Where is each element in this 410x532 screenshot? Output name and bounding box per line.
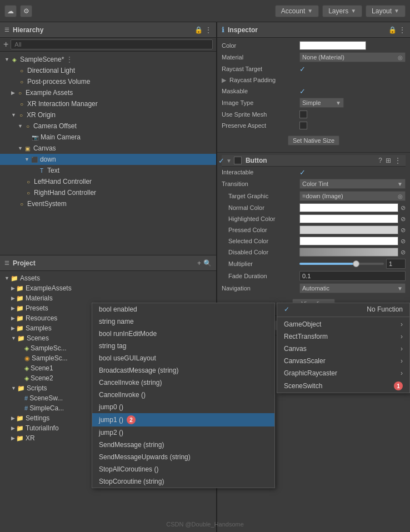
ctx-cancelinvoke[interactable]: CancelInvoke () (92, 389, 274, 401)
samples-label: Samples (26, 324, 52, 332)
inspector-lock-icon[interactable]: 🔒 (388, 26, 397, 34)
navigation-dropdown[interactable]: Automatic ▼ (299, 283, 406, 293)
ctx-bool-useGUILayout[interactable]: bool useGUILayout (92, 352, 274, 364)
image-type-chevron-icon: ▼ (336, 100, 341, 106)
tree-item-down[interactable]: ▼ ⬛ down (0, 154, 216, 165)
tree-item-lefthand[interactable]: ○ LeftHand Controller (0, 176, 216, 187)
pressed-color-swatch[interactable] (299, 225, 398, 234)
ctx-stopallcoroutines[interactable]: StopAllCoroutines () (92, 463, 274, 475)
tree-item-maincam[interactable]: 📷 Main Camera (0, 132, 216, 143)
use-sprite-mesh-checkbox[interactable] (299, 111, 307, 118)
project-materials[interactable]: ▶ 📁 Materials (0, 293, 216, 303)
tree-item-postprocess[interactable]: ○ Post-process Volume (0, 76, 216, 87)
tree-item-canvas[interactable]: ▼ ▣ Canvas (0, 143, 216, 154)
scene2-icon: ◈ (24, 375, 29, 382)
tree-item-exampleassets[interactable]: ▶ ○ Example Assets (0, 87, 216, 98)
ctx-bool-enabled[interactable]: bool enabled (92, 303, 274, 315)
layers-button[interactable]: Layers ▼ (322, 5, 362, 17)
image-type-dropdown[interactable]: Simple ▼ (299, 98, 344, 108)
navigation-dropdown-text: Automatic (302, 285, 329, 292)
hierarchy-lock-icon[interactable]: 🔒 (194, 26, 203, 34)
dp-canvas[interactable]: Canvas › (277, 343, 409, 355)
highlighted-color-swatch[interactable] (299, 214, 398, 223)
material-dropdown-text: None (Material) (302, 54, 344, 61)
dp-no-function[interactable]: No Function (277, 303, 409, 315)
ctx-string-tag[interactable]: string tag (92, 340, 274, 352)
ctx-stopcoroutine[interactable]: StopCoroutine (string) (92, 475, 274, 488)
tree-item-righthand[interactable]: ○ RightHand Controller (0, 187, 216, 198)
samplescene-kebab-icon[interactable]: ⋮ (66, 56, 73, 63)
transition-dropdown[interactable]: Color Tint ▼ (299, 179, 406, 189)
multiplier-slider[interactable] (299, 263, 384, 265)
normal-color-swatch[interactable] (299, 203, 398, 212)
transition-chevron-icon: ▼ (397, 181, 403, 187)
ctx-sendmessage[interactable]: SendMessage (string) (92, 439, 274, 451)
dp-graphicraycaster[interactable]: GraphicRaycaster › (277, 367, 409, 379)
ctx-bool-runineditmode[interactable]: bool runInEditMode (92, 328, 274, 340)
dp-graphicraycaster-label: GraphicRaycaster (284, 369, 337, 377)
exampleassets-label: Example Assets (26, 89, 73, 97)
settings-icon[interactable]: ⚙ (20, 5, 32, 17)
dp-sceneswitch[interactable]: SceneSwitch 1 (277, 379, 409, 393)
tree-item-text[interactable]: T Text (0, 165, 216, 176)
button-enabled-checkbox[interactable] (234, 157, 242, 164)
project-add-icon[interactable]: + (197, 259, 201, 267)
hierarchy-kebab-icon[interactable]: ⋮ (205, 26, 212, 34)
inspector-info-icon: ℹ (222, 26, 224, 34)
multiplier-label: Multiplier (222, 260, 299, 267)
tree-item-samplescene[interactable]: ▼ ◈ SampleScene* ⋮ (0, 54, 216, 65)
inspector-kebab-icon[interactable]: ⋮ (399, 26, 406, 34)
target-graphic-dropdown[interactable]: =down (Image) ◎ (299, 191, 406, 201)
selected-color-eyedropper-icon[interactable]: ⊘ (401, 238, 406, 245)
selected-color-swatch[interactable] (299, 237, 398, 245)
disabled-color-swatch[interactable] (299, 248, 398, 257)
ctx-string-name[interactable]: string name (92, 315, 274, 328)
project-search-icon[interactable]: 🔍 (203, 259, 212, 267)
tree-item-xrintmgr[interactable]: ○ XR Interaction Manager (0, 98, 216, 109)
ctx-cancelinvoke-str[interactable]: CancelInvoke (string) (92, 377, 274, 389)
normal-color-eyedropper-icon[interactable]: ⊘ (401, 204, 406, 212)
button-help-icon[interactable]: ? (378, 157, 382, 164)
ctx-broadcastmessage[interactable]: BroadcastMessage (string) (92, 364, 274, 377)
exampleassets-icon: ○ (16, 89, 24, 97)
pressed-color-eyedropper-icon[interactable]: ⊘ (401, 227, 406, 234)
dp-recttransform[interactable]: RectTransform › (277, 330, 409, 343)
tree-item-dirlight[interactable]: ○ Directional Light (0, 65, 216, 76)
eventsystem-icon: ○ (18, 200, 26, 208)
highlighted-color-eyedropper-icon[interactable]: ⊘ (401, 215, 406, 223)
raycast-padding-arrow-icon: ▶ (222, 77, 226, 83)
account-button[interactable]: Account ▼ (275, 5, 319, 17)
tree-item-eventsystem[interactable]: ○ EventSystem (0, 198, 216, 209)
button-component-header[interactable]: ▼ ✓ Button ? ⊞ ⋮ (222, 155, 406, 167)
cloud-icon[interactable]: ☁ (4, 5, 17, 17)
dp-gameobject[interactable]: GameObject › (277, 318, 409, 330)
disabled-color-eyedropper-icon[interactable]: ⊘ (401, 249, 406, 256)
tree-item-camoffset[interactable]: ▼ ○ Camera Offset (0, 121, 216, 132)
dp-canvasscaler[interactable]: CanvasScaler › (277, 355, 409, 367)
ctx-jump0[interactable]: jump0 () (92, 401, 274, 413)
project-assets[interactable]: ▼ 📁 Assets (0, 273, 216, 283)
interactable-value: ✓ (299, 168, 406, 177)
ctx-jump1[interactable]: jump1 () 2 (92, 413, 274, 426)
xr-expand-icon: ▶ (11, 435, 15, 441)
native-size-button[interactable]: Set Native Size (288, 135, 339, 145)
color-swatch[interactable] (299, 41, 366, 50)
maskable-checkbox[interactable]: ✓ (299, 87, 306, 96)
preserve-aspect-value (299, 122, 406, 129)
interactable-checkbox[interactable]: ✓ (299, 168, 306, 177)
ctx-jump2[interactable]: jump2 () (92, 426, 274, 439)
preserve-aspect-checkbox[interactable] (299, 122, 307, 129)
material-dropdown[interactable]: None (Material) ◎ (299, 52, 406, 62)
raycast-target-checkbox[interactable]: ✓ (299, 65, 306, 73)
project-exampleassets[interactable]: ▶ 📁 ExampleAssets (0, 283, 216, 293)
postprocess-label: Post-process Volume (27, 78, 90, 86)
fade-duration-input[interactable] (299, 271, 406, 281)
tree-item-xrorigin[interactable]: ▼ ○ XR Origin (0, 109, 216, 121)
hierarchy-add-button[interactable]: + (3, 39, 8, 49)
multiplier-input[interactable] (386, 259, 406, 269)
button-preset-icon[interactable]: ⊞ (386, 157, 391, 164)
ctx-sendmessageupwards[interactable]: SendMessageUpwards (string) (92, 451, 274, 463)
button-kebab-icon[interactable]: ⋮ (394, 157, 401, 164)
hierarchy-search-input[interactable] (11, 39, 213, 49)
layout-button[interactable]: Layout ▼ (366, 5, 406, 17)
